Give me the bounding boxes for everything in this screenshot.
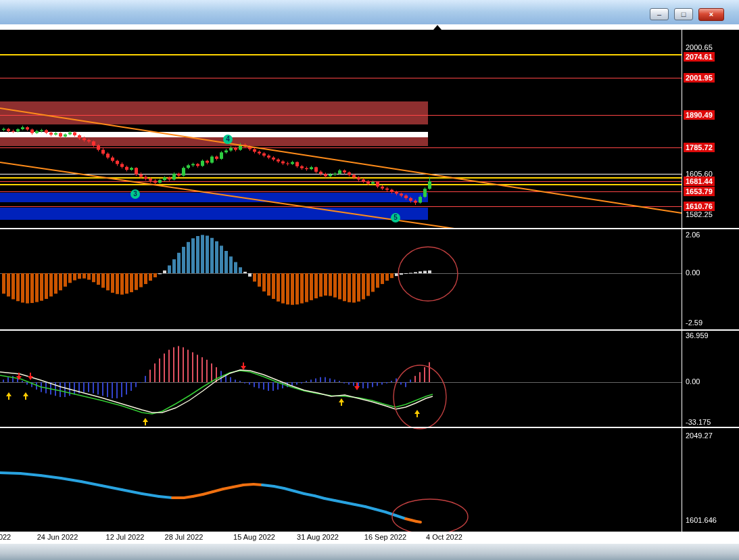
wave-marker: 5 [391, 213, 400, 223]
maximize-icon: □ [682, 10, 686, 18]
y-axis-label: -2.59 [686, 319, 702, 327]
wave-marker: 4 [223, 135, 233, 144]
x-axis-label: 24 Jun 2022 [37, 533, 78, 541]
current-bar-triangle-marker [433, 25, 442, 30]
minimize-icon: – [657, 10, 661, 18]
price-badge: 1785.72 [684, 143, 715, 152]
maximize-button[interactable]: □ [674, 8, 693, 20]
window-controls: – □ × [650, 8, 724, 21]
x-axis-label: 31 Aug 2022 [297, 533, 339, 541]
y-axis-label: -33.175 [686, 418, 711, 426]
wave-marker: 3 [130, 189, 140, 199]
price-badge: 2074.61 [684, 52, 715, 62]
y-axis-label: 1601.646 [686, 516, 717, 524]
y-axis-label: 1582.25 [686, 210, 713, 218]
title-bar[interactable]: – □ × [0, 0, 739, 25]
minimize-button[interactable]: – [650, 8, 669, 20]
application-window: 2000.651605.601582.252.060.00-2.5936.959… [0, 0, 739, 560]
top-marker-strip [0, 24, 739, 30]
chart-overlays: 2000.651605.601582.252.060.00-2.5936.959… [0, 0, 739, 560]
horizontal-scrollbar-area[interactable] [0, 544, 739, 560]
x-axis-label: 15 Aug 2022 [233, 533, 275, 541]
y-axis-label: 2000.65 [686, 43, 713, 51]
close-icon: × [709, 10, 713, 18]
y-axis-label: 2.06 [686, 231, 700, 239]
date-axis[interactable]: 202224 Jun 202212 Jul 202228 Jul 202215 … [0, 532, 739, 544]
x-axis-label: 4 Oct 2022 [426, 533, 462, 541]
x-axis-label: 12 Jul 2022 [106, 533, 145, 541]
price-badge: 1610.76 [684, 202, 715, 211]
y-axis-label: 2049.27 [686, 431, 713, 440]
x-axis-label: 16 Sep 2022 [364, 533, 406, 541]
x-axis-label: 2022 [0, 533, 11, 541]
y-axis-label: 36.959 [686, 331, 709, 340]
x-axis-label: 28 Jul 2022 [165, 533, 204, 541]
y-axis-label: 0.00 [686, 269, 700, 277]
price-badge: 1890.49 [684, 110, 715, 120]
close-button[interactable]: × [698, 8, 724, 21]
price-badge: 1681.44 [684, 177, 715, 186]
price-badge: 1653.79 [684, 187, 715, 196]
price-badge: 2001.95 [684, 73, 715, 83]
y-axis-label: 0.00 [686, 377, 700, 386]
